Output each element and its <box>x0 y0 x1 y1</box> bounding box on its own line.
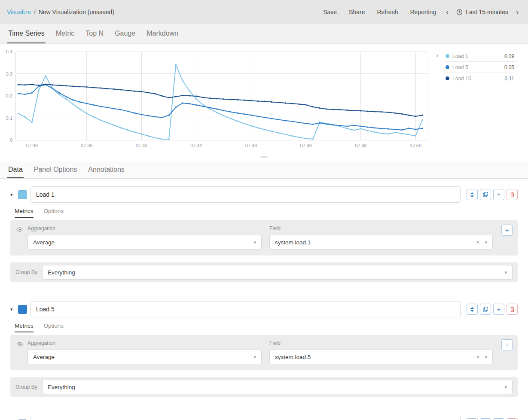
time-step-forward-button[interactable]: › <box>513 7 522 17</box>
svg-text:07:44: 07:44 <box>245 143 257 148</box>
series-label-input[interactable] <box>31 416 461 420</box>
legend-label-load5: Load 5 <box>452 64 468 70</box>
field-select[interactable]: system.load.1 × ▾ <box>269 235 493 250</box>
svg-text:0.4: 0.4 <box>6 49 12 54</box>
save-button[interactable]: Save <box>317 6 342 18</box>
topbar-actions: Save Share Refresh Reporting ‹ Last 15 m… <box>317 6 522 18</box>
clear-field-icon[interactable]: × <box>476 239 479 246</box>
reporting-button[interactable]: Reporting <box>404 6 442 18</box>
panel-resize-handle[interactable] <box>0 152 528 161</box>
metrics-panel: Aggregation Average ▾ Field system.load.… <box>10 335 518 370</box>
clear-field-icon[interactable]: × <box>476 353 479 360</box>
group-by-label: Group By <box>15 269 42 275</box>
add-series-button[interactable]: + <box>493 189 504 200</box>
svg-text:07:40: 07:40 <box>136 143 148 148</box>
tab-markdown[interactable]: Markdown <box>146 24 179 43</box>
time-series-chart-section: 00.10.20.30.407:3607:3807:4007:4207:4407… <box>0 44 528 152</box>
tab-time-series[interactable]: Time Series <box>7 24 46 43</box>
add-metric-button[interactable]: + <box>501 339 513 350</box>
legend-dot-load15 <box>446 76 449 80</box>
viz-type-tabs: Time Series Metric Top N Gauge Markdown <box>0 24 528 44</box>
top-navbar: Visualize / New Visualization (unsaved) … <box>0 0 528 24</box>
aggregation-value: Average <box>33 239 55 246</box>
group-by-select[interactable]: Everything ▾ <box>42 380 513 394</box>
series-header: ▾ + <box>10 301 518 317</box>
legend-item-load15[interactable]: Load 15 0.11 <box>444 73 517 84</box>
delete-series-button[interactable] <box>507 189 518 200</box>
tab-top-n[interactable]: Top N <box>85 24 104 43</box>
timepicker-button[interactable]: Last 15 minutes <box>453 6 512 18</box>
aggregation-select[interactable]: Average ▾ <box>27 350 262 364</box>
legend-item-load1[interactable]: Load 1 0.09 <box>444 51 517 62</box>
trash-icon <box>510 192 515 198</box>
legend-dot-load5 <box>446 65 449 69</box>
collapse-caret-icon[interactable]: ▾ <box>10 192 18 198</box>
metrics-panel: Aggregation Average ▾ Field system.load.… <box>10 220 518 256</box>
select-caret-icon: ▾ <box>504 384 507 390</box>
tab-data[interactable]: Data <box>7 161 24 178</box>
add-series-button[interactable]: + <box>493 304 504 315</box>
tab-gauge[interactable]: Gauge <box>114 24 136 43</box>
field-value: system.load.1 <box>275 239 311 246</box>
legend-value-load5: 0.05 <box>504 64 514 70</box>
add-metric-button[interactable]: + <box>501 225 513 236</box>
legend-value-load1: 0.09 <box>504 53 514 59</box>
field-value: system.load.5 <box>275 354 311 360</box>
chart-legend: › Load 1 0.09 Load 5 0.05 Load 15 0.11 <box>444 51 517 84</box>
reorder-series-button[interactable] <box>467 189 478 200</box>
legend-label-load1: Load 1 <box>452 53 468 59</box>
tab-annotations[interactable]: Annotations <box>87 161 125 178</box>
tab-panel-options[interactable]: Panel Options <box>33 161 78 178</box>
tab-metrics[interactable]: Metrics <box>15 208 34 218</box>
series-label-input[interactable] <box>31 186 461 203</box>
group-by-label: Group By <box>15 384 42 390</box>
aggregation-select[interactable]: Average ▾ <box>27 235 262 250</box>
plus-icon: + <box>505 227 509 234</box>
collapse-caret-icon[interactable]: ▾ <box>10 307 18 312</box>
svg-text:0.3: 0.3 <box>6 71 12 76</box>
time-step-back-button[interactable]: ‹ <box>443 7 452 17</box>
tab-metrics[interactable]: Metrics <box>15 323 34 332</box>
aggregation-label: Aggregation <box>27 340 262 346</box>
series-load15: ▾ + <box>10 408 518 420</box>
delete-series-button[interactable] <box>507 304 518 315</box>
series-color-swatch[interactable] <box>18 190 27 199</box>
series-header: ▾ + <box>10 416 518 420</box>
refresh-button[interactable]: Refresh <box>371 6 403 18</box>
series-color-swatch[interactable] <box>18 305 27 314</box>
share-button[interactable]: Share <box>343 6 370 18</box>
legend-label-load15: Load 15 <box>452 76 471 82</box>
svg-text:0.2: 0.2 <box>6 93 12 98</box>
reorder-series-button[interactable] <box>467 304 478 315</box>
group-by-value: Everything <box>48 269 75 276</box>
field-select[interactable]: system.load.5 × ▾ <box>269 350 493 364</box>
svg-text:07:42: 07:42 <box>190 143 202 148</box>
group-by-row: Group By Everything ▾ <box>10 262 518 282</box>
select-caret-icon: ▾ <box>253 354 256 360</box>
series-label-input[interactable] <box>31 301 461 317</box>
aggregation-value: Average <box>33 354 55 360</box>
tab-options[interactable]: Options <box>44 208 64 218</box>
add-series-button[interactable]: + <box>493 418 504 420</box>
reorder-series-button[interactable] <box>467 418 478 420</box>
svg-text:0: 0 <box>10 137 12 143</box>
delete-series-button[interactable] <box>507 418 518 420</box>
visibility-toggle[interactable] <box>16 340 27 364</box>
clone-icon <box>483 192 488 197</box>
clone-series-button[interactable] <box>480 418 491 420</box>
trash-icon <box>510 307 515 312</box>
eye-icon <box>16 342 23 347</box>
clone-series-button[interactable] <box>480 304 491 315</box>
legend-collapse-icon[interactable]: › <box>436 52 438 59</box>
visibility-toggle[interactable] <box>16 225 27 250</box>
clone-series-button[interactable] <box>480 189 491 200</box>
tab-options[interactable]: Options <box>44 323 64 332</box>
legend-item-load5[interactable]: Load 5 0.05 <box>444 62 517 73</box>
group-by-select[interactable]: Everything ▾ <box>42 265 513 280</box>
field-label: Field <box>269 340 493 346</box>
time-range-label: Last 15 minutes <box>466 9 508 15</box>
aggregation-label: Aggregation <box>27 225 262 231</box>
tab-metric[interactable]: Metric <box>55 24 76 43</box>
clone-icon <box>483 307 488 312</box>
breadcrumb-visualize-link[interactable]: Visualize <box>7 9 31 15</box>
